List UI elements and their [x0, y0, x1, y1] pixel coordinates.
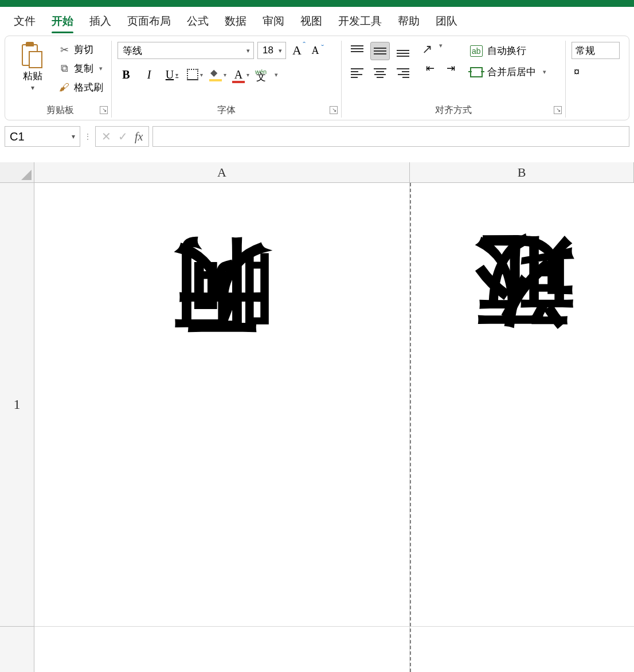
number-format-value: 常规 [576, 44, 595, 57]
cell-A2[interactable] [34, 627, 410, 672]
align-middle-button[interactable] [370, 42, 390, 60]
cell-B1[interactable]: 还敢 [410, 183, 634, 627]
menu-help[interactable]: 帮助 [390, 11, 428, 31]
increase-font-button[interactable]: A [289, 43, 304, 58]
border-icon [187, 69, 198, 80]
borders-button[interactable]: ▾ [186, 67, 203, 82]
group-alignment: ▾ ⇤ ⇥ ab 自动换行 合并后居中 ▾ [342, 41, 566, 118]
italic-button[interactable]: I [140, 67, 158, 82]
align-bottom-button[interactable] [393, 42, 413, 60]
cell-B1-text: 还敢 [473, 401, 576, 408]
decrease-font-button[interactable]: A [308, 45, 323, 57]
phonetic-guide-button[interactable]: wén 文 [255, 69, 267, 80]
align-right-button[interactable] [393, 64, 413, 82]
font-dialog-launcher[interactable] [330, 106, 338, 114]
menu-team[interactable]: 团队 [428, 11, 465, 31]
chevron-down-icon: ▾ [72, 132, 75, 140]
name-box[interactable]: C1 ▾ [5, 126, 80, 147]
format-painter-button[interactable]: 🖌 格式刷 [56, 80, 105, 95]
orientation-button[interactable] [422, 42, 432, 57]
alignment-dialog-launcher[interactable] [554, 106, 562, 114]
formula-bar: C1 ▾ ⋮ ✕ ✓ fx [5, 126, 629, 147]
menu-review[interactable]: 审阅 [255, 11, 292, 31]
font-name-value: 等线 [123, 44, 142, 57]
fill-color-button[interactable]: ▾ [209, 67, 226, 82]
menu-file[interactable]: 文件 [6, 11, 44, 31]
align-left-button[interactable] [347, 64, 367, 82]
menu-formulas[interactable]: 公式 [179, 11, 217, 31]
cancel-formula-button[interactable]: ✕ [101, 130, 111, 143]
paste-dropdown-icon[interactable]: ▾ [31, 84, 34, 92]
row-header-1[interactable]: 1 [0, 183, 34, 627]
group-clipboard-label: 剪贴板 [14, 102, 105, 118]
menu-insert[interactable]: 插入 [81, 11, 119, 31]
cell-A1[interactable]: 天啊 [34, 183, 410, 627]
font-color-icon: A [232, 68, 245, 81]
menu-page-layout[interactable]: 页面布局 [119, 11, 179, 31]
cell-B2[interactable] [410, 627, 634, 672]
column-header-A[interactable]: A [34, 162, 410, 183]
chevron-down-icon: ▾ [246, 72, 249, 78]
phonetic-character: 文 [255, 75, 267, 80]
menu-data[interactable]: 数据 [217, 11, 255, 31]
align-center-button[interactable] [370, 64, 390, 82]
paste-label: 粘贴 [23, 69, 42, 83]
menu-developer[interactable]: 开发工具 [330, 11, 390, 31]
chevron-down-icon: ▾ [246, 47, 250, 54]
merge-center-button[interactable]: 合并后居中 ▾ [468, 64, 549, 80]
select-all-corner[interactable] [0, 162, 34, 183]
menu-view[interactable]: 视图 [292, 11, 330, 31]
group-font: 等线 ▾ 18 ▾ A A B I U▾ ▾ ▾ A▾ [112, 41, 342, 118]
menu-home[interactable]: 开始 [44, 11, 81, 31]
chevron-down-icon: ▾ [224, 72, 226, 78]
font-color-button[interactable]: A▾ [232, 67, 249, 82]
align-top-button[interactable] [347, 42, 367, 60]
merge-label: 合并后居中 [487, 65, 536, 79]
chevron-down-icon[interactable]: ▾ [439, 42, 443, 57]
copy-icon: ⧉ [58, 62, 71, 75]
increase-indent-button[interactable]: ⇥ [443, 61, 459, 75]
font-size-select[interactable]: 18 ▾ [257, 42, 286, 59]
menu-bar: 文件 开始 插入 页面布局 公式 数据 审阅 视图 开发工具 帮助 团队 [0, 7, 634, 36]
row-header-2[interactable] [0, 627, 34, 672]
wrap-label: 自动换行 [487, 44, 526, 57]
wrap-icon: ab [470, 45, 483, 57]
chevron-down-icon[interactable]: ▾ [275, 71, 278, 79]
cut-button[interactable]: ✂ 剪切 [56, 42, 105, 57]
bold-button[interactable]: B [118, 67, 135, 82]
chevron-down-icon: ▾ [279, 47, 282, 54]
spreadsheet-grid: A B 1 天啊 还敢 [0, 162, 634, 672]
wrap-text-button[interactable]: ab 自动换行 [468, 43, 549, 58]
font-name-select[interactable]: 等线 ▾ [118, 42, 254, 59]
format-painter-label: 格式刷 [74, 81, 103, 94]
chevron-down-icon: ▾ [175, 72, 178, 78]
ribbon: 粘贴 ▾ ✂ 剪切 ⧉ 复制 ▾ 🖌 格式刷 [5, 36, 629, 120]
group-number: 常规 ¤ [566, 41, 625, 118]
column-header-B[interactable]: B [410, 162, 634, 183]
formula-buttons: ✕ ✓ fx [95, 126, 149, 147]
underline-button[interactable]: U▾ [163, 67, 181, 82]
font-size-value: 18 [263, 45, 273, 56]
formula-input[interactable] [152, 126, 629, 147]
group-clipboard: 粘贴 ▾ ✂ 剪切 ⧉ 复制 ▾ 🖌 格式刷 [9, 41, 112, 118]
paste-icon [19, 42, 46, 68]
copy-button[interactable]: ⧉ 复制 ▾ [56, 61, 105, 76]
copy-label: 复制 [74, 62, 93, 75]
accounting-format-icon[interactable]: ¤ [574, 66, 580, 78]
group-alignment-label: 对齐方式 [347, 102, 559, 118]
merge-icon [470, 67, 483, 77]
number-format-select[interactable]: 常规 [572, 42, 620, 59]
paste-button[interactable]: 粘贴 ▾ [14, 41, 51, 95]
accept-formula-button[interactable]: ✓ [118, 130, 128, 143]
insert-function-button[interactable]: fx [135, 130, 143, 143]
copy-dropdown-icon[interactable]: ▾ [99, 65, 103, 72]
cell-A1-text: 天啊 [171, 401, 273, 408]
name-box-value: C1 [10, 130, 25, 143]
clipboard-dialog-launcher[interactable] [100, 106, 108, 114]
decrease-indent-button[interactable]: ⇤ [422, 61, 438, 75]
chevron-down-icon[interactable]: ▾ [543, 68, 546, 76]
fill-icon [209, 69, 222, 80]
scissors-icon: ✂ [58, 44, 71, 56]
title-bar [0, 0, 634, 7]
chevron-down-icon: ▾ [200, 72, 203, 78]
